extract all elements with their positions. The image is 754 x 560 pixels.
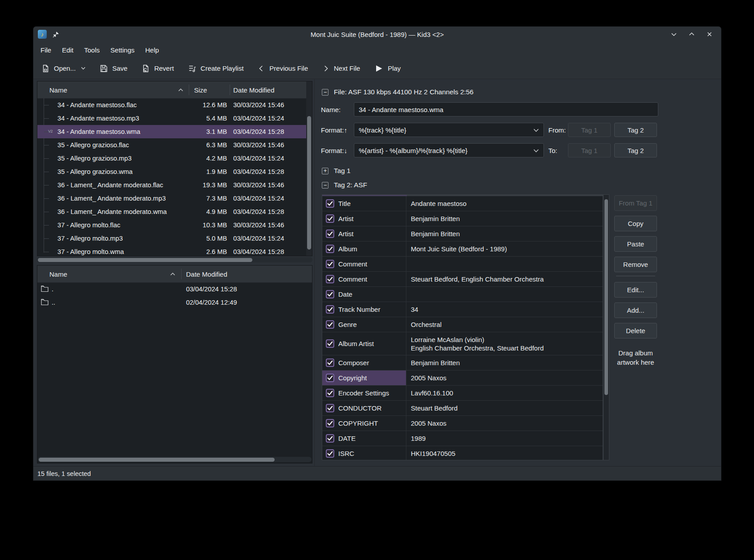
field-value[interactable]: Lavf60.16.100: [406, 386, 603, 400]
field-checkbox-checked[interactable]: [326, 449, 334, 458]
previous-file-button[interactable]: Previous File: [257, 64, 308, 73]
field-checkbox-checked[interactable]: [326, 419, 334, 427]
file-row[interactable]: 35 - Allegro grazioso.flac 6.3 MB 30/03/…: [37, 138, 306, 152]
field-value[interactable]: Andante maestoso: [406, 196, 603, 211]
to-tag2-button[interactable]: Tag 2: [614, 143, 657, 157]
field-checkbox-checked[interactable]: [326, 245, 334, 253]
copy-button[interactable]: Copy: [614, 216, 657, 231]
create-playlist-button[interactable]: Create Playlist: [188, 64, 244, 73]
file-row[interactable]: 36 - Lament_ Andante moderato.mp3 7.3 MB…: [37, 192, 306, 205]
field-value[interactable]: Orchestral: [406, 317, 603, 332]
tag-field-row[interactable]: COPYRIGHT 2005 Naxos: [322, 416, 603, 431]
field-value[interactable]: 2005 Naxos: [406, 371, 603, 385]
filename-input[interactable]: 34 - Andante maestoso.wma: [354, 102, 658, 117]
menu-edit[interactable]: Edit: [57, 44, 79, 56]
field-checkbox-checked[interactable]: [326, 404, 334, 412]
collapse-icon[interactable]: −: [322, 182, 328, 189]
tag-field-row[interactable]: Date: [322, 287, 603, 302]
tag-field-row[interactable]: DATE 1989: [322, 431, 603, 446]
menu-file[interactable]: File: [35, 44, 57, 56]
tag-field-row[interactable]: Comment: [322, 257, 603, 272]
field-value[interactable]: Mont Juic Suite (Bedford - 1989): [406, 242, 603, 256]
field-checkbox-checked[interactable]: [326, 275, 334, 283]
field-value[interactable]: 1989: [406, 431, 603, 446]
file-row[interactable]: 37 - Allegro molto.flac 10.3 MB 30/03/20…: [37, 218, 306, 232]
field-checkbox-checked[interactable]: [326, 359, 334, 367]
field-value[interactable]: Benjamin Britten: [406, 211, 603, 226]
file-row[interactable]: 37 - Allegro molto.wma 2.6 MB 03/04/2024…: [37, 245, 306, 256]
open-button[interactable]: Open...: [41, 64, 85, 73]
paste-button[interactable]: Paste: [614, 236, 657, 252]
delete-button[interactable]: Delete: [614, 323, 657, 338]
tag2-table-scrollbar-thumb[interactable]: [604, 199, 608, 395]
field-checkbox-checked[interactable]: [326, 374, 334, 382]
file-row[interactable]: 36 - Lament_ Andante moderato.wma 4.9 MB…: [37, 205, 306, 218]
file-row[interactable]: 35 - Allegro grazioso.mp3 4.2 MB 03/04/2…: [37, 152, 306, 165]
directory-list-hscrollbar[interactable]: [38, 457, 312, 462]
tag-field-row[interactable]: Artist Benjamin Britten: [322, 226, 603, 242]
field-checkbox-checked[interactable]: [326, 305, 334, 314]
tag-field-row[interactable]: ISRC HKI190470505: [322, 446, 603, 460]
sort-ascending-icon[interactable]: [178, 88, 183, 92]
add-button[interactable]: Add...: [614, 302, 657, 318]
maximize-icon[interactable]: [688, 31, 695, 38]
field-checkbox-checked[interactable]: [326, 434, 334, 443]
tag-field-row[interactable]: Copyright 2005 Naxos: [322, 371, 603, 386]
tag-field-row[interactable]: Composer Benjamin Britten: [322, 355, 603, 371]
field-value[interactable]: [406, 257, 603, 271]
next-file-button[interactable]: Next File: [322, 64, 360, 73]
expand-icon[interactable]: +: [322, 168, 328, 174]
column-header-size[interactable]: Size: [194, 81, 207, 98]
menu-settings[interactable]: Settings: [105, 44, 140, 56]
field-value[interactable]: Benjamin Britten: [406, 355, 603, 370]
tag-field-row[interactable]: Album Mont Juic Suite (Bedford - 1989): [322, 242, 603, 257]
close-icon[interactable]: [706, 31, 713, 38]
format-to-filename-combo[interactable]: %{artist} - %{album}/%{track} %{title}: [354, 143, 544, 157]
tag-field-row[interactable]: CONDUCTOR Steuart Bedford: [322, 401, 603, 416]
tag-field-row[interactable]: Genre Orchestral: [322, 317, 603, 332]
field-checkbox-checked[interactable]: [326, 320, 334, 329]
field-value[interactable]: Steuart Bedford, English Chamber Orchest…: [406, 272, 603, 286]
field-value[interactable]: HKI190470505: [406, 446, 603, 460]
tag-field-row[interactable]: Artist Benjamin Britten: [322, 211, 603, 226]
field-checkbox-checked[interactable]: [326, 260, 334, 268]
minimize-icon[interactable]: [670, 31, 677, 38]
file-list-hscrollbar-thumb[interactable]: [38, 258, 252, 262]
remove-button[interactable]: Remove: [614, 257, 657, 272]
file-row[interactable]: 36 - Lament_ Andante moderato.flac 19.3 …: [37, 178, 306, 192]
field-checkbox-checked[interactable]: [326, 214, 334, 223]
tag-field-row[interactable]: Album Artist Lorraine McAslan (violin) E…: [322, 332, 603, 355]
file-list-hscrollbar[interactable]: [37, 257, 312, 262]
play-button[interactable]: Play: [374, 64, 401, 73]
from-tag2-filename-button[interactable]: Tag 2: [614, 123, 657, 137]
field-checkbox-checked[interactable]: [326, 199, 334, 208]
field-checkbox-checked[interactable]: [326, 290, 334, 298]
format-from-filename-combo[interactable]: %{track} %{title}: [354, 123, 544, 137]
to-tag1-button[interactable]: Tag 1: [568, 143, 611, 157]
field-value[interactable]: Benjamin Britten: [406, 226, 603, 241]
file-row[interactable]: 34 - Andante maestoso.flac 12.6 MB 30/03…: [37, 98, 306, 112]
column-header-name[interactable]: Name: [49, 266, 67, 282]
artwork-drop-zone[interactable]: Drag album artwork here: [610, 348, 661, 367]
menu-tools[interactable]: Tools: [79, 44, 105, 56]
save-button[interactable]: Save: [99, 64, 127, 73]
column-header-modified[interactable]: Date Modified: [233, 81, 275, 98]
tag-field-row[interactable]: Title Andante maestoso: [322, 196, 603, 211]
file-row[interactable]: V2 34 - Andante maestoso.wma 3.1 MB 03/0…: [37, 125, 306, 138]
field-value[interactable]: 34: [406, 302, 603, 317]
field-checkbox-checked[interactable]: [326, 339, 334, 348]
field-value[interactable]: 2005 Naxos: [406, 416, 603, 431]
file-list-scrollbar[interactable]: [306, 81, 312, 256]
panel-splitter[interactable]: [314, 79, 315, 466]
from-tag1-button[interactable]: From Tag 1: [614, 195, 657, 211]
field-value[interactable]: Steuart Bedford: [406, 401, 603, 415]
file-list-scrollbar-thumb[interactable]: [307, 116, 311, 250]
file-row[interactable]: 34 - Andante maestoso.mp3 5.4 MB 03/04/2…: [37, 112, 306, 125]
collapse-icon[interactable]: −: [322, 89, 328, 96]
tag-field-row[interactable]: Track Number 34: [322, 302, 603, 317]
sort-ascending-icon[interactable]: [170, 272, 175, 276]
revert-button[interactable]: Revert: [141, 64, 174, 73]
from-tag1-filename-button[interactable]: Tag 1: [568, 123, 611, 137]
file-row[interactable]: 37 - Allegro molto.mp3 5.0 MB 03/04/2024…: [37, 232, 306, 245]
column-header-modified[interactable]: Date Modified: [186, 266, 227, 282]
